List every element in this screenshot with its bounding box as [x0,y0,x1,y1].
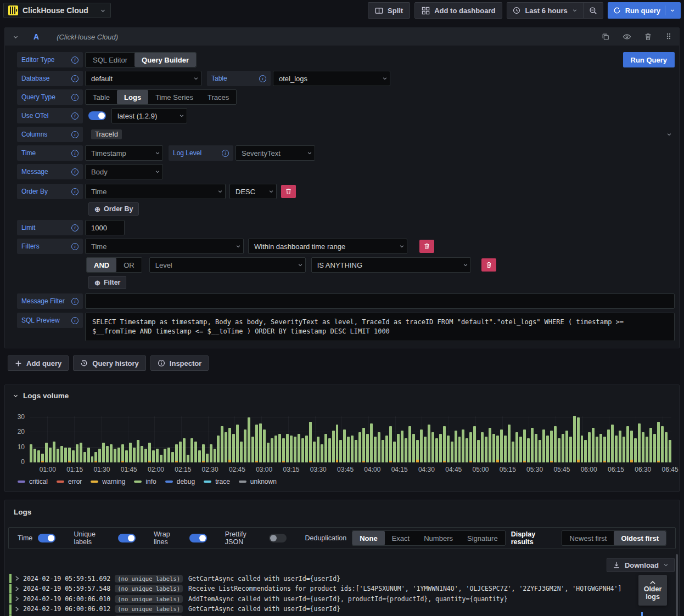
editor-type-builder[interactable]: Query Builder [134,53,196,67]
display-oldest-first[interactable]: Oldest first [614,531,666,545]
inspector-button[interactable]: Inspector [150,355,209,371]
volume-bar[interactable] [137,440,139,462]
volume-bar[interactable] [290,436,293,463]
volume-bar[interactable] [615,436,618,463]
volume-bar[interactable] [298,434,300,462]
volume-bar[interactable] [60,446,63,462]
volume-bar[interactable] [156,449,159,462]
database-select[interactable]: default [85,71,201,86]
volume-bar[interactable] [435,438,438,462]
volume-bar[interactable] [378,432,380,462]
volume-bar[interactable] [358,432,361,462]
collapse-chevron-icon[interactable] [13,34,19,40]
volume-bar[interactable] [512,442,514,463]
volume-bar[interactable] [336,425,339,462]
volume-bar[interactable] [214,449,216,462]
volume-bar[interactable] [271,438,273,462]
filter-field-select[interactable]: Time [85,239,244,254]
dedup-numbers[interactable]: Numbers [417,531,460,545]
volume-bar[interactable] [569,437,572,462]
volume-bar[interactable] [236,425,239,462]
info-circle-icon[interactable]: i [71,131,79,138]
filter-condition-operator-select[interactable]: IS ANYTHING [311,257,471,273]
volume-bar[interactable] [183,438,186,462]
volume-bar[interactable] [477,440,480,462]
volume-bar[interactable] [94,452,97,462]
message-column-select[interactable]: Body [85,164,163,179]
volume-bar[interactable] [328,438,331,462]
volume-bar[interactable] [485,437,487,462]
limit-input[interactable]: 1000 [85,220,125,235]
volume-bar[interactable] [596,437,598,462]
volume-bar[interactable] [542,429,545,463]
split-button[interactable]: Split [368,2,410,19]
volume-bar[interactable] [669,440,671,462]
log-row[interactable]: 2024-02-19 06:00:06.010(no unique labels… [9,594,676,603]
volume-bar[interactable] [347,437,350,462]
volume-bar[interactable] [481,432,484,462]
time-range-button[interactable]: Last 6 hours [507,3,582,18]
volume-bar[interactable] [397,434,400,462]
unique-labels-toggle[interactable] [118,534,136,542]
volume-bar[interactable] [190,438,193,462]
volume-bar[interactable] [531,428,534,462]
volume-bar[interactable] [592,428,595,462]
add-filter-button[interactable]: ⊕ Filter [88,276,126,289]
volume-bar[interactable] [458,437,461,462]
columns-chip[interactable]: TraceId [91,129,122,139]
time-toggle[interactable] [38,534,55,542]
volume-bar[interactable] [274,436,277,463]
info-circle-icon[interactable]: i [71,75,79,82]
volume-bar[interactable] [412,434,415,462]
editor-type-sql[interactable]: SQL Editor [86,53,134,67]
volume-bar[interactable] [194,442,197,463]
volume-bar[interactable] [305,436,308,463]
info-circle-icon[interactable]: i [71,317,79,324]
volume-bar[interactable] [171,452,174,462]
volume-bar[interactable] [263,429,266,463]
query-type-table[interactable]: Table [86,90,117,104]
volume-bar[interactable] [68,448,71,463]
prettify-json-toggle[interactable] [269,534,287,542]
volume-bar[interactable] [133,448,136,463]
volume-bar[interactable] [573,416,576,462]
logs-volume-header[interactable]: Logs volume [5,385,679,400]
run-query-inline-button[interactable]: Run Query [623,52,675,67]
volume-bar[interactable] [53,442,55,463]
wrap-lines-toggle[interactable] [189,534,207,542]
filter-condition-field-select[interactable]: Level [149,257,306,273]
datasource-picker[interactable]: ClickHouse Cloud [3,3,111,18]
volume-bar[interactable] [416,440,419,462]
volume-bar[interactable] [665,432,668,462]
volume-bar[interactable] [282,438,285,462]
volume-bar[interactable] [462,429,464,463]
logs-scrollbar[interactable] [676,554,678,616]
volume-bar[interactable] [267,443,270,462]
dedup-exact[interactable]: Exact [385,531,417,545]
zoom-out-button[interactable] [583,3,603,18]
volume-bar[interactable] [599,434,602,462]
volume-bar[interactable] [187,455,189,462]
add-query-button[interactable]: Add query [8,355,69,371]
info-circle-icon[interactable]: i [71,112,79,120]
volume-bar[interactable] [642,432,644,462]
volume-bar[interactable] [428,425,430,462]
info-circle-icon[interactable]: i [71,168,79,176]
volume-bar[interactable] [657,422,660,462]
volume-bar[interactable] [294,437,296,462]
volume-bar[interactable] [523,429,526,463]
time-column-select[interactable]: Timestamp [85,145,163,161]
log-level-select[interactable]: SeverityText [236,145,315,161]
volume-bar[interactable] [385,436,388,463]
legend-item-unknown[interactable]: unknown [239,478,277,485]
volume-bar[interactable] [351,436,354,463]
older-logs-button[interactable]: Older logs [638,575,667,606]
info-circle-icon[interactable]: i [71,94,79,101]
add-to-dashboard-button[interactable]: Add to dashboard [414,2,502,19]
legend-item-critical[interactable]: critical [18,478,48,485]
legend-item-error[interactable]: error [57,478,82,485]
columns-multiselect[interactable]: TraceId [85,127,675,142]
info-circle-icon[interactable]: i [71,243,79,250]
volume-bar[interactable] [114,449,116,462]
volume-bar[interactable] [160,455,162,462]
